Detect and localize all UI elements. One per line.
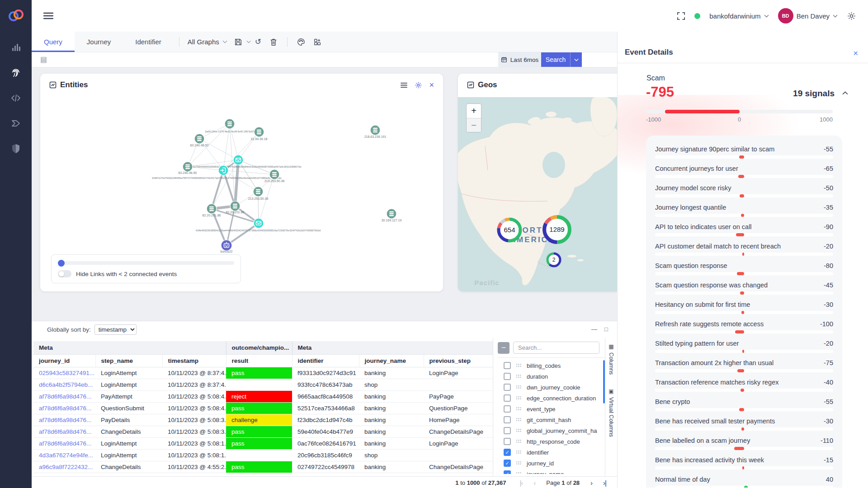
checkbox-global_journey_commit_ha[interactable]: [504, 427, 511, 434]
zoom-out-button[interactable]: −: [467, 118, 481, 132]
checkbox-journey_name[interactable]: ✓: [504, 470, 511, 474]
close-icon[interactable]: ×: [853, 49, 858, 57]
chevron-down-icon[interactable]: [246, 32, 251, 52]
drag-handle-icon[interactable]: [516, 428, 522, 433]
chevron-up-icon[interactable]: [842, 91, 848, 95]
time-range-selector[interactable]: Last 6mos: [498, 52, 541, 67]
cell-journey_id[interactable]: af78d6f6a98d476...: [33, 426, 95, 438]
column-header-identifier[interactable]: identifier: [292, 355, 359, 367]
slider-track[interactable]: [63, 261, 234, 265]
checkbox-duration[interactable]: [504, 373, 511, 380]
save-icon[interactable]: [230, 32, 246, 52]
drag-handle-icon[interactable]: [516, 461, 522, 465]
search-options-chevron[interactable]: [570, 52, 582, 67]
graph-node-login[interactable]: [218, 165, 228, 175]
cell-journey_id[interactable]: af78d6f6a98d476...: [33, 391, 95, 403]
drag-handle-icon[interactable]: [516, 407, 522, 411]
code-icon[interactable]: [10, 92, 22, 104]
shield-icon[interactable]: [10, 143, 22, 155]
darwinium-logo[interactable]: [6, 6, 25, 25]
drag-handle-icon[interactable]: [516, 363, 522, 368]
prev-page-icon[interactable]: ‹: [533, 479, 535, 486]
panel-legend-icon[interactable]: [400, 82, 408, 88]
column-header-result[interactable]: result: [226, 355, 292, 367]
checkbox-billing_codes[interactable]: [504, 362, 511, 369]
drag-handle-icon[interactable]: [516, 396, 522, 400]
tab-identifier[interactable]: Identifier: [123, 32, 174, 52]
drag-handle-icon[interactable]: [516, 374, 522, 379]
hide-links-toggle[interactable]: [58, 270, 71, 277]
next-page-icon[interactable]: ›: [590, 479, 592, 486]
column-header-journey_name[interactable]: journey_name: [359, 355, 424, 367]
cell-journey_id[interactable]: 025943c58327491...: [33, 367, 95, 379]
panel-settings-icon[interactable]: [415, 81, 422, 89]
cell-journey_id[interactable]: af78d6f6a98d476...: [33, 438, 95, 450]
gear-icon[interactable]: [847, 11, 856, 21]
add-widget-icon[interactable]: [309, 32, 326, 52]
drag-handle-icon[interactable]: [516, 385, 522, 389]
column-header-journey_id[interactable]: journey_id: [33, 355, 95, 367]
signal-row: Refresh rate suggests remote access-100: [655, 320, 833, 333]
graph-node-stack[interactable]: 213.253.50.36: [248, 187, 269, 200]
hamburger-menu-icon[interactable]: [43, 12, 53, 19]
fingerprint-icon[interactable]: [10, 67, 22, 79]
graph-node-stack[interactable]: 30.169.127.19: [382, 209, 402, 222]
graph-select-dropdown[interactable]: All Graphs: [185, 32, 230, 52]
column-header-previous_step[interactable]: previous_step: [424, 355, 493, 367]
column-header-step_name[interactable]: step_name: [95, 355, 162, 367]
geo-map[interactable]: NORTH AMERICA Pacific 65412892 + −: [458, 97, 617, 291]
journeys-icon[interactable]: [10, 117, 22, 129]
collapse-columns-button[interactable]: −: [498, 342, 509, 354]
drag-handle-icon[interactable]: [516, 450, 522, 455]
minimize-icon[interactable]: —: [591, 326, 597, 333]
cell-journey_id[interactable]: a96c9a8f7222432...: [33, 461, 95, 473]
fullscreen-icon[interactable]: [677, 12, 685, 20]
database-icon[interactable]: [32, 52, 47, 67]
maximize-icon[interactable]: □: [604, 326, 608, 333]
panel-close-icon[interactable]: ×: [429, 81, 434, 89]
zoom-in-button[interactable]: +: [467, 104, 481, 118]
tab-columns[interactable]: ▦ Columns: [608, 343, 614, 375]
graph-node-bot[interactable]: bonus22: [221, 240, 233, 253]
checkbox-dwn_journey_cookie[interactable]: [504, 384, 511, 391]
org-selector[interactable]: bankofdarwinium: [709, 12, 769, 20]
cell-journey_id[interactable]: 4d3a676274e94fe...: [33, 450, 95, 461]
tab-virtual-columns[interactable]: ▣ Virtual Columns: [608, 388, 614, 437]
checkbox-event_type[interactable]: [504, 405, 511, 413]
user-menu[interactable]: BD Ben Davey: [778, 8, 838, 23]
query-input-area[interactable]: [47, 52, 498, 67]
graph-node-mail[interactable]: 5a7451755449665335683224b4a7947518f96356…: [187, 155, 301, 168]
last-page-icon[interactable]: ›|: [603, 479, 606, 486]
graph-node-stack[interactable]: 2a00:23ee:1370:9bd2:4cd9:5ef6:195:5d25: [205, 119, 254, 133]
palette-icon[interactable]: [293, 32, 309, 52]
history-icon[interactable]: ↺: [251, 32, 265, 52]
graph-node-mail[interactable]: 434b49303638554c526a4444664f334249707373…: [196, 218, 321, 232]
bar-chart-icon[interactable]: [10, 42, 22, 53]
checkbox-http_response_code[interactable]: [504, 438, 511, 445]
graph-node-stack[interactable]: 60.240.46.50: [179, 162, 197, 174]
global-sort-select[interactable]: timestamp: [94, 324, 137, 335]
cell-journey_id[interactable]: af78d6f6a98d476...: [33, 403, 95, 414]
columns-search-input[interactable]: [513, 342, 599, 354]
checkbox-identifier[interactable]: ✓: [504, 449, 511, 456]
graph-node-stack[interactable]: 218.63.239.191: [364, 125, 387, 138]
cell-journey_id[interactable]: af78d6f6a98d476...: [33, 414, 95, 426]
drag-handle-icon[interactable]: [516, 439, 522, 444]
link-threshold-slider[interactable]: [58, 260, 65, 267]
graph-node-stack[interactable]: 31.94.39.18: [251, 127, 268, 141]
column-header-timestamp[interactable]: timestamp: [162, 355, 226, 367]
checkbox-edge_connection_duration[interactable]: [504, 394, 511, 402]
checkbox-git_commit_hash[interactable]: [504, 416, 511, 423]
checkbox-journey_id[interactable]: ✓: [504, 460, 511, 467]
drag-handle-icon[interactable]: [516, 418, 522, 422]
drag-handle-icon[interactable]: [516, 472, 522, 474]
tab-query[interactable]: Query: [32, 32, 75, 52]
cell-journey_id[interactable]: d6c6a4b2f5794eb...: [33, 379, 95, 391]
first-page-icon[interactable]: |‹: [519, 479, 523, 486]
tab-journey[interactable]: Journey: [75, 32, 123, 52]
geo-cluster-marker[interactable]: 1289: [544, 217, 570, 242]
trash-icon[interactable]: [265, 32, 282, 52]
search-button[interactable]: Search: [541, 52, 582, 67]
geo-cluster-marker[interactable]: 2: [547, 253, 560, 266]
geo-cluster-marker[interactable]: 654: [499, 219, 520, 241]
